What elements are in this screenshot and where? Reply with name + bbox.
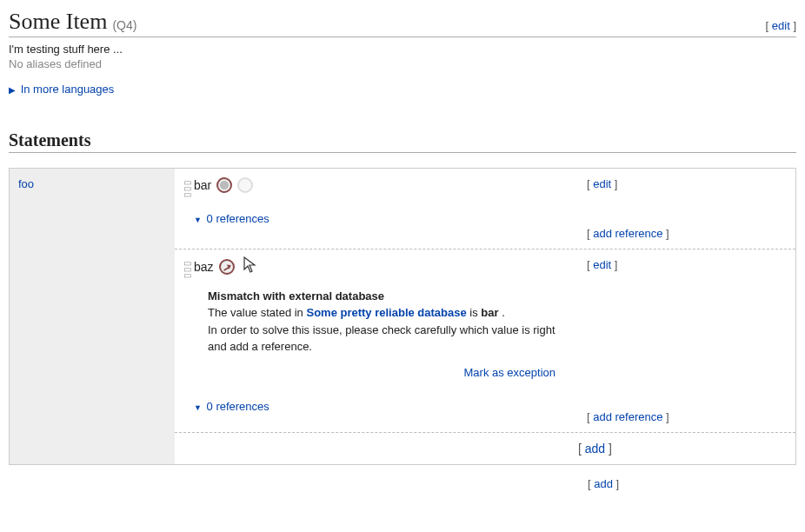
mismatch-title: Mismatch with external database [208, 288, 556, 305]
item-aliases: No aliases defined [9, 57, 796, 70]
item-id: (Q4) [112, 18, 136, 32]
mark-exception-link[interactable]: Mark as exception [464, 366, 556, 379]
page-title: Some Item [9, 9, 107, 35]
statement-row: ▭▭▭ baz Mismatch with external database … [175, 249, 795, 432]
add-reference-link[interactable]: add reference [593, 410, 662, 423]
add-statement-link[interactable]: add [594, 477, 613, 490]
cursor-icon [243, 258, 257, 276]
drag-handle-icon[interactable]: ▭▭▭ [183, 177, 194, 240]
statement-row: ▭▭▭ bar ▼ 0 references [ edit ] [ add re… [175, 169, 795, 249]
more-languages-link[interactable]: In more languages [21, 83, 115, 96]
chevron-down-icon: ▼ [194, 216, 202, 224]
add-statement-row: [ add ] [175, 432, 795, 464]
external-db-link[interactable]: Some pretty reliable database [306, 306, 466, 319]
chevron-right-icon: ▶ [9, 85, 16, 95]
references-toggle[interactable]: ▼ 0 references [194, 400, 582, 413]
mismatch-text: The value stated in Some pretty reliable… [208, 304, 556, 322]
mismatch-warning: Mismatch with external database The valu… [208, 288, 556, 382]
add-reference-link[interactable]: add reference [593, 227, 662, 240]
drag-handle-icon[interactable]: ▭▭▭ [183, 258, 194, 423]
disabled-icon [237, 177, 253, 193]
statement-value: baz [194, 260, 214, 274]
statement-value: bar [194, 178, 211, 192]
add-value-link[interactable]: add [585, 442, 605, 456]
references-toggle[interactable]: ▼ 0 references [194, 212, 582, 225]
chevron-down-icon: ▼ [194, 403, 202, 412]
mismatch-resolution: In order to solve this issue, please che… [208, 322, 556, 356]
item-description: I'm testing stuff here ... [9, 43, 796, 56]
header-edit[interactable]: [ edit ] [766, 19, 796, 32]
save-icon[interactable] [216, 177, 232, 193]
edit-statement-link[interactable]: edit [593, 258, 611, 271]
statements-heading: Statements [9, 130, 796, 153]
statement-group: foo ▭▭▭ bar ▼ 0 references [ edit ] [9, 168, 796, 465]
header-edit-link[interactable]: edit [772, 19, 790, 32]
edit-statement-link[interactable]: edit [593, 177, 611, 190]
external-link-icon[interactable] [219, 259, 235, 275]
property-link-foo[interactable]: foo [18, 177, 34, 190]
